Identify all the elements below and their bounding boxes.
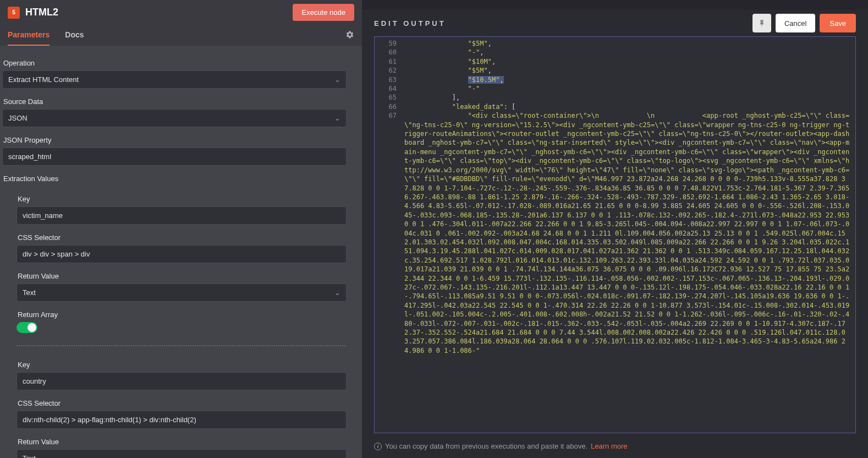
key-input[interactable]: country (17, 372, 347, 390)
code-content[interactable]: "$5M", "-", "$10M", "$5M", "$10.5M", "-"… (400, 37, 855, 433)
source-data-value: JSON (8, 114, 28, 122)
chevron-down-icon: ⌄ (334, 288, 340, 297)
return-value-select[interactable]: Text⌄ (17, 449, 347, 458)
chevron-down-icon: ⌄ (334, 75, 340, 84)
css-selector-label: CSS Selector (17, 399, 347, 407)
right-panel: EDIT OUTPUT Cancel Save 5960616263646566… (362, 0, 868, 458)
cancel-button[interactable]: Cancel (776, 14, 815, 32)
node-title: 5 HTML2 (8, 7, 58, 19)
node-header: 5 HTML2 Execute node (0, 0, 362, 25)
right-top-strip (362, 0, 868, 10)
gear-icon[interactable] (345, 30, 354, 41)
operation-value: Extract HTML Content (8, 75, 79, 84)
footer: i You can copy data from previous execut… (362, 437, 868, 458)
css-selector-input[interactable]: div:nth-child(2) > app-flag:nth-child(1)… (17, 411, 347, 429)
operation-label: Operation (2, 59, 347, 67)
pin-icon (758, 19, 766, 27)
footer-text: You can copy data from previous executio… (385, 442, 587, 450)
operation-select[interactable]: Extract HTML Content ⌄ (2, 70, 347, 89)
css-selector-input[interactable]: div > div > span > div (17, 245, 347, 263)
extraction-values-label: Extraction Values (2, 175, 347, 183)
css-selector-label: CSS Selector (17, 233, 347, 242)
json-property-value: scraped_html (8, 152, 51, 161)
source-data-select[interactable]: JSON ⌄ (2, 109, 347, 127)
key-input[interactable]: victim_name (17, 206, 347, 225)
key-label: Key (17, 361, 347, 369)
return-value-label: Return Value (17, 272, 347, 280)
pin-button[interactable] (752, 14, 771, 32)
execute-node-button[interactable]: Execute node (293, 4, 354, 21)
tabs-row: Parameters Docs (0, 25, 362, 46)
tab-parameters[interactable]: Parameters (8, 25, 50, 46)
key-label: Key (17, 195, 347, 203)
return-array-label: Return Array (17, 310, 347, 319)
html5-icon: 5 (8, 7, 20, 19)
line-gutter: 596061626364656667 (375, 37, 400, 433)
save-button[interactable]: Save (820, 14, 856, 32)
info-icon: i (374, 443, 382, 450)
json-property-input[interactable]: scraped_html (2, 148, 347, 166)
left-panel: 5 HTML2 Execute node Parameters Docs Ope… (0, 0, 362, 458)
json-property-label: JSON Property (2, 136, 347, 144)
tab-docs[interactable]: Docs (65, 25, 84, 46)
output-header: EDIT OUTPUT Cancel Save (362, 10, 868, 36)
chevron-down-icon: ⌄ (334, 454, 340, 458)
return-value-label: Return Value (17, 438, 347, 446)
node-name: HTML2 (25, 7, 58, 18)
learn-more-link[interactable]: Learn more (591, 442, 627, 450)
source-data-label: Source Data (2, 97, 347, 106)
separator (17, 345, 345, 346)
return-array-toggle[interactable] (17, 322, 37, 333)
return-value-select[interactable]: Text⌄ (17, 283, 347, 302)
parameters-body: Operation Extract HTML Content ⌄ Source … (0, 46, 362, 458)
chevron-down-icon: ⌄ (334, 114, 340, 122)
edit-output-title: EDIT OUTPUT (374, 19, 446, 28)
code-editor[interactable]: 596061626364656667 "$5M", "-", "$10M", "… (374, 36, 856, 433)
